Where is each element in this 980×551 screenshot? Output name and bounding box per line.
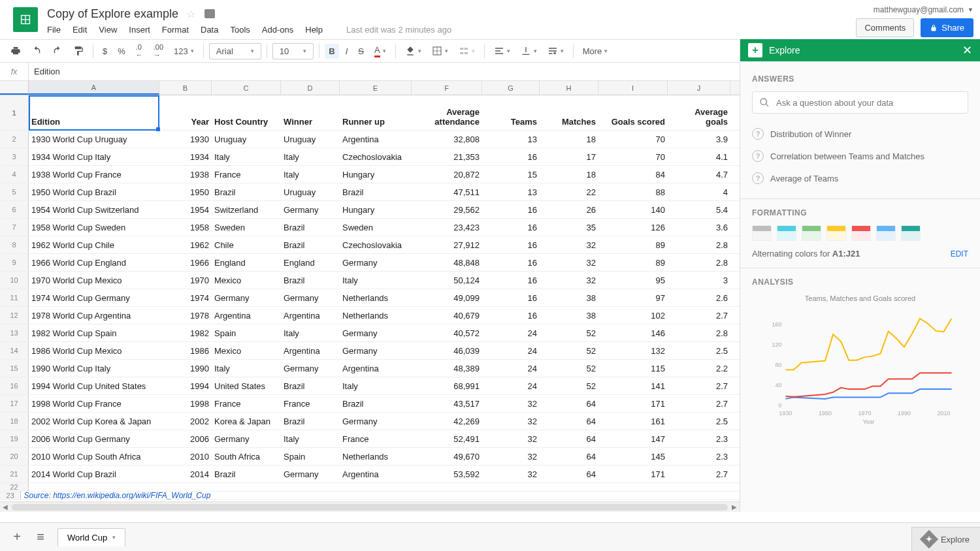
cell[interactable]: 24 xyxy=(482,342,540,359)
cell[interactable]: 38 xyxy=(540,307,598,324)
cell[interactable]: 32 xyxy=(482,465,540,482)
cell[interactable]: 2.3 xyxy=(668,448,730,465)
decrease-decimal[interactable]: .0← xyxy=(132,40,147,61)
cell[interactable]: Italy xyxy=(281,166,340,183)
cell[interactable]: 145 xyxy=(598,448,668,465)
cell[interactable]: 126 xyxy=(598,219,668,236)
suggestion-item[interactable]: ?Distribution of Winner xyxy=(752,123,968,145)
paint-format-icon[interactable] xyxy=(69,43,88,59)
cell[interactable]: 64 xyxy=(540,395,598,412)
cell[interactable]: 2.7 xyxy=(668,395,730,412)
row-header[interactable]: 12 xyxy=(0,307,29,324)
cell[interactable]: Uruguay xyxy=(281,131,340,148)
cell[interactable]: 15 xyxy=(482,166,540,183)
cell[interactable]: 88 xyxy=(598,183,668,200)
cell[interactable]: 48,389 xyxy=(412,360,482,377)
cell[interactable]: Teams xyxy=(482,95,540,130)
cell[interactable]: 32 xyxy=(482,413,540,430)
cell[interactable]: 70 xyxy=(598,148,668,165)
row-header[interactable]: 1 xyxy=(0,95,29,130)
text-color[interactable]: A xyxy=(370,42,390,60)
cell[interactable]: 1970 xyxy=(159,272,212,289)
row-header[interactable]: 8 xyxy=(0,236,29,253)
cell[interactable]: 1994 World Cup United States xyxy=(29,377,159,394)
cell[interactable]: Edition xyxy=(29,95,159,130)
cell[interactable]: 16 xyxy=(482,219,540,236)
number-format[interactable]: 123 xyxy=(170,44,198,59)
cell[interactable]: 48,848 xyxy=(412,254,482,271)
cell[interactable]: Korea & Japan xyxy=(212,413,281,430)
cell[interactable]: 23,423 xyxy=(412,219,482,236)
merge-cells[interactable] xyxy=(455,43,479,59)
strike-button[interactable]: S xyxy=(354,44,368,59)
cell[interactable]: Sweden xyxy=(340,219,412,236)
fx-input[interactable]: Edition xyxy=(29,67,60,76)
cell[interactable]: Brazil xyxy=(281,413,340,430)
cell[interactable]: 171 xyxy=(598,395,668,412)
row-header[interactable]: 21 xyxy=(0,465,29,482)
suggestion-item[interactable]: ?Correlation between Teams and Matches xyxy=(752,145,968,167)
cell[interactable]: 40,679 xyxy=(412,307,482,324)
cell[interactable]: 32 xyxy=(540,254,598,271)
cell[interactable]: Sweden xyxy=(212,219,281,236)
row-header[interactable]: 6 xyxy=(0,201,29,218)
cell[interactable] xyxy=(309,492,349,499)
cell[interactable] xyxy=(482,483,540,491)
cell[interactable]: 2010 World Cup South Africa xyxy=(29,448,159,465)
cell[interactable]: Argentina xyxy=(281,307,340,324)
cell[interactable]: France xyxy=(212,395,281,412)
cell[interactable]: 1938 World Cup France xyxy=(29,166,159,183)
cell[interactable]: 1974 World Cup Germany xyxy=(29,289,159,306)
cell[interactable]: Netherlands xyxy=(340,307,412,324)
cell[interactable]: 1954 World Cup Switzerland xyxy=(29,201,159,218)
cell[interactable] xyxy=(446,492,500,499)
cell[interactable]: Germany xyxy=(340,324,412,341)
print-icon[interactable] xyxy=(7,43,25,59)
row-header[interactable]: 14 xyxy=(0,342,29,359)
cell[interactable]: 1994 xyxy=(159,377,212,394)
cell[interactable]: Germany xyxy=(212,289,281,306)
cell[interactable]: 2010 xyxy=(159,448,212,465)
cell[interactable]: 26 xyxy=(540,201,598,218)
col-header[interactable]: B xyxy=(159,81,212,95)
cell[interactable]: Host Country xyxy=(212,95,281,130)
cell[interactable]: 1938 xyxy=(159,166,212,183)
cell[interactable]: Winner xyxy=(281,95,340,130)
cell[interactable]: 46,039 xyxy=(412,342,482,359)
h-align[interactable] xyxy=(490,43,514,59)
cell[interactable]: Argentina xyxy=(281,342,340,359)
cell[interactable]: 32 xyxy=(540,236,598,253)
italic-button[interactable]: I xyxy=(342,44,352,59)
cell[interactable]: 5.4 xyxy=(668,201,730,218)
cell[interactable] xyxy=(29,483,159,491)
cell[interactable]: 4.1 xyxy=(668,148,730,165)
scroll-left-icon[interactable]: ◀ xyxy=(3,503,8,511)
cell[interactable]: 68,991 xyxy=(412,377,482,394)
cell[interactable]: 32 xyxy=(482,430,540,447)
folder-icon[interactable] xyxy=(204,9,215,18)
cell[interactable]: France xyxy=(281,395,340,412)
spreadsheet-grid[interactable]: A B C D E F G H I J 1EditionYearHost Cou… xyxy=(0,81,740,512)
menu-format[interactable]: Format xyxy=(162,25,189,35)
cell[interactable]: 171 xyxy=(598,465,668,482)
add-sheet-button[interactable]: + xyxy=(10,529,24,544)
cell[interactable]: 16 xyxy=(482,236,540,253)
cell[interactable]: 18 xyxy=(540,166,598,183)
cell[interactable]: 2.3 xyxy=(668,430,730,447)
cell[interactable]: 89 xyxy=(598,236,668,253)
menu-data[interactable]: Data xyxy=(201,25,218,35)
cell[interactable]: Year xyxy=(159,95,212,130)
col-header[interactable]: E xyxy=(340,81,412,95)
cell[interactable]: Argentina xyxy=(340,465,412,482)
cell[interactable]: 1982 xyxy=(159,324,212,341)
cell[interactable]: 43,517 xyxy=(412,395,482,412)
cell[interactable]: 2.7 xyxy=(668,465,730,482)
chevron-down-icon[interactable]: ▾ xyxy=(112,534,116,541)
cell[interactable]: 2.7 xyxy=(668,377,730,394)
cell[interactable]: 140 xyxy=(598,201,668,218)
bold-button[interactable]: B xyxy=(325,44,338,59)
cell[interactable]: 52 xyxy=(540,360,598,377)
cell[interactable]: Germany xyxy=(281,201,340,218)
cell[interactable]: Czechoslovakia xyxy=(340,148,412,165)
all-sheets-button[interactable]: ≡ xyxy=(34,529,47,544)
